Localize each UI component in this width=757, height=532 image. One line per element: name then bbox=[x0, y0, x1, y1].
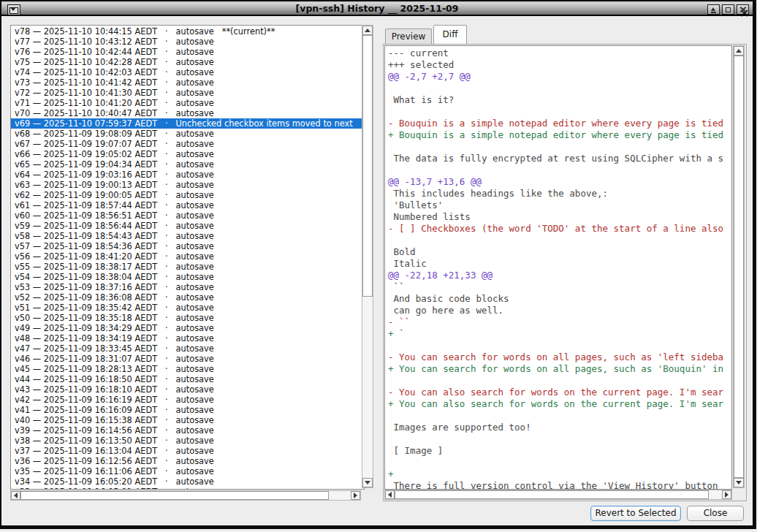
history-row[interactable]: v42 — 2025-11-09 16:16:19 AEDT · autosav… bbox=[11, 395, 364, 405]
history-row[interactable]: v54 — 2025-11-09 18:38:04 AEDT · autosav… bbox=[11, 272, 364, 282]
history-row[interactable]: v62 — 2025-11-09 19:00:05 AEDT · autosav… bbox=[11, 190, 364, 200]
history-row[interactable]: v57 — 2025-11-09 18:54:36 AEDT · autosav… bbox=[11, 241, 364, 251]
tab-preview[interactable]: Preview bbox=[385, 28, 432, 44]
scroll-up-button[interactable] bbox=[734, 46, 744, 56]
history-row[interactable]: v66 — 2025-11-09 19:05:02 AEDT · autosav… bbox=[11, 149, 364, 159]
history-row[interactable]: v78 — 2025-11-10 10:44:15 AEDT · autosav… bbox=[11, 26, 364, 37]
diff-line: - You can search for words on all pages,… bbox=[388, 352, 731, 363]
diff-line: - You can also search for words on the c… bbox=[388, 387, 731, 398]
diff-line: - `` bbox=[388, 316, 731, 328]
diff-line bbox=[388, 83, 731, 94]
history-row[interactable]: v77 — 2025-11-10 10:43:12 AEDT · autosav… bbox=[11, 37, 364, 47]
history-row[interactable]: v74 — 2025-11-10 10:42:03 AEDT · autosav… bbox=[11, 67, 364, 77]
diff-line: --- current bbox=[388, 48, 731, 59]
diff-line: This includes headings like the above,: bbox=[388, 188, 731, 200]
diff-line: can go here as well. bbox=[388, 305, 731, 316]
history-row[interactable]: v34 — 2025-11-09 16:05:20 AEDT · autosav… bbox=[11, 476, 364, 487]
diff-line: +++ selected bbox=[388, 59, 731, 71]
scroll-right-button[interactable] bbox=[351, 491, 360, 500]
close-button[interactable]: ✕ bbox=[737, 4, 749, 15]
scrollbar-thumb[interactable] bbox=[395, 490, 709, 499]
history-row[interactable]: v68 — 2025-11-09 19:08:09 AEDT · autosav… bbox=[11, 129, 364, 139]
history-row[interactable]: v70 — 2025-11-10 10:40:47 AEDT · autosav… bbox=[11, 108, 364, 118]
diff-line: [ Image ] bbox=[388, 445, 731, 457]
arrow-up-icon bbox=[365, 28, 370, 32]
history-row[interactable]: v36 — 2025-11-09 16:12:56 AEDT · autosav… bbox=[11, 456, 364, 466]
history-row[interactable]: v67 — 2025-11-09 19:07:07 AEDT · autosav… bbox=[11, 139, 364, 149]
history-row[interactable]: v37 — 2025-11-09 16:13:04 AEDT · autosav… bbox=[11, 446, 364, 456]
scrollbar-thumb[interactable] bbox=[362, 35, 373, 297]
diff-line: + You can also search for words on the c… bbox=[388, 398, 731, 410]
history-row[interactable]: v73 — 2025-11-10 10:41:42 AEDT · autosav… bbox=[11, 77, 364, 88]
history-row[interactable]: v58 — 2025-11-09 18:54:43 AEDT · autosav… bbox=[11, 231, 364, 241]
titlebar: [vpn-ssh] History __ 2025-11-09 ✕ bbox=[1, 1, 753, 16]
arrow-left-icon bbox=[388, 492, 392, 498]
history-row[interactable]: v49 — 2025-11-09 18:34:29 AEDT · autosav… bbox=[11, 323, 364, 333]
revert-to-selected-button[interactable]: Revert to Selected bbox=[590, 506, 681, 521]
history-row[interactable]: v59 — 2025-11-09 18:56:44 AEDT · autosav… bbox=[11, 221, 364, 231]
history-row[interactable]: v52 — 2025-11-09 18:36:08 AEDT · autosav… bbox=[11, 292, 364, 303]
history-row[interactable]: v41 — 2025-11-09 16:16:09 AEDT · autosav… bbox=[11, 405, 364, 415]
history-row[interactable]: v75 — 2025-11-10 10:42:28 AEDT · autosav… bbox=[11, 57, 364, 67]
scroll-up-button[interactable] bbox=[362, 26, 373, 35]
history-row[interactable]: v65 — 2025-11-09 19:04:34 AEDT · autosav… bbox=[11, 159, 364, 170]
history-row[interactable]: v61 — 2025-11-09 18:57:44 AEDT · autosav… bbox=[11, 200, 364, 210]
diff-line bbox=[388, 457, 731, 468]
scroll-down-button[interactable] bbox=[362, 478, 373, 487]
scrollbar-thumb[interactable] bbox=[734, 56, 744, 478]
history-row[interactable]: v56 — 2025-11-09 18:41:20 AEDT · autosav… bbox=[11, 251, 364, 262]
arrow-down-icon bbox=[736, 481, 742, 484]
maximize-icon bbox=[726, 7, 731, 12]
diff-line bbox=[388, 410, 731, 422]
history-row[interactable]: v46 — 2025-11-09 18:31:07 AEDT · autosav… bbox=[11, 354, 364, 364]
history-row[interactable]: v48 — 2025-11-09 18:34:19 AEDT · autosav… bbox=[11, 333, 364, 343]
scroll-right-button[interactable] bbox=[722, 490, 731, 499]
history-row[interactable]: v47 — 2025-11-09 18:33:45 AEDT · autosav… bbox=[11, 343, 364, 354]
diff-view[interactable]: --- current+++ selected@@ -2,7 +2,7 @@ W… bbox=[384, 45, 732, 490]
diff-line bbox=[388, 106, 731, 118]
history-row[interactable]: v60 — 2025-11-09 18:56:51 AEDT · autosav… bbox=[11, 210, 364, 221]
history-row[interactable]: v50 — 2025-11-09 18:35:18 AEDT · autosav… bbox=[11, 313, 364, 323]
minimize-button[interactable] bbox=[707, 4, 720, 15]
diff-line: @@ -22,18 +21,33 @@ bbox=[388, 270, 731, 281]
history-row[interactable]: v72 — 2025-11-10 10:41:30 AEDT · autosav… bbox=[11, 88, 364, 98]
history-row[interactable]: v35 — 2025-11-09 16:11:06 AEDT · autosav… bbox=[11, 466, 364, 476]
diff-line bbox=[388, 375, 731, 387]
diff-line bbox=[388, 340, 731, 352]
window-title: [vpn-ssh] History __ 2025-11-09 bbox=[1, 1, 753, 16]
scroll-left-button[interactable] bbox=[11, 491, 20, 500]
history-row[interactable]: v51 — 2025-11-09 18:35:42 AEDT · autosav… bbox=[11, 303, 364, 313]
diff-line: + You can search for words on all pages,… bbox=[388, 363, 731, 375]
diff-line: Italic bbox=[388, 258, 731, 270]
scrollbar-thumb[interactable] bbox=[20, 491, 329, 500]
arrow-right-icon bbox=[725, 492, 729, 498]
history-vertical-scrollbar[interactable] bbox=[362, 25, 373, 488]
history-row[interactable]: v55 — 2025-11-09 18:38:17 AEDT · autosav… bbox=[11, 262, 364, 272]
history-row[interactable]: v44 — 2025-11-09 16:18:50 AEDT · autosav… bbox=[11, 374, 364, 384]
scroll-down-button[interactable] bbox=[734, 478, 744, 487]
diff-vertical-scrollbar[interactable] bbox=[733, 45, 745, 488]
history-row[interactable]: v43 — 2025-11-09 16:18:10 AEDT · autosav… bbox=[11, 384, 364, 395]
version-history-list[interactable]: v78 — 2025-11-10 10:44:15 AEDT · autosav… bbox=[10, 25, 365, 490]
maximize-button[interactable] bbox=[722, 4, 734, 15]
history-row[interactable]: v71 — 2025-11-10 10:41:20 AEDT · autosav… bbox=[11, 98, 364, 108]
diff-line: What is it? bbox=[388, 94, 731, 106]
scroll-left-button[interactable] bbox=[385, 490, 395, 499]
diff-line: 'Bullets' bbox=[388, 200, 731, 211]
tab-diff[interactable]: Diff bbox=[433, 25, 467, 44]
history-row[interactable]: v45 — 2025-11-09 18:28:13 AEDT · autosav… bbox=[11, 364, 364, 374]
close-dialog-button[interactable]: Close bbox=[687, 506, 744, 521]
history-row[interactable]: v53 — 2025-11-09 18:37:16 AEDT · autosav… bbox=[11, 282, 364, 292]
history-row[interactable]: v40 — 2025-11-09 16:15:38 AEDT · autosav… bbox=[11, 415, 364, 425]
history-row[interactable]: v69 — 2025-11-10 07:59:37 AEDT · Uncheck… bbox=[11, 118, 364, 129]
history-row[interactable]: v38 — 2025-11-09 16:13:50 AEDT · autosav… bbox=[11, 436, 364, 446]
diff-line bbox=[388, 164, 731, 176]
history-row[interactable]: v76 — 2025-11-10 10:42:44 AEDT · autosav… bbox=[11, 47, 364, 57]
diff-horizontal-scrollbar[interactable] bbox=[384, 490, 732, 500]
history-row[interactable]: v64 — 2025-11-09 19:03:16 AEDT · autosav… bbox=[11, 170, 364, 180]
history-row[interactable]: v63 — 2025-11-09 19:00:13 AEDT · autosav… bbox=[11, 180, 364, 190]
history-row[interactable]: v33 — 2025-11-09 16:05:01 AEDT · autosav… bbox=[11, 487, 364, 490]
history-row[interactable]: v39 — 2025-11-09 16:14:56 AEDT · autosav… bbox=[11, 425, 364, 436]
arrow-up-icon bbox=[736, 49, 742, 53]
history-horizontal-scrollbar[interactable] bbox=[10, 490, 361, 501]
